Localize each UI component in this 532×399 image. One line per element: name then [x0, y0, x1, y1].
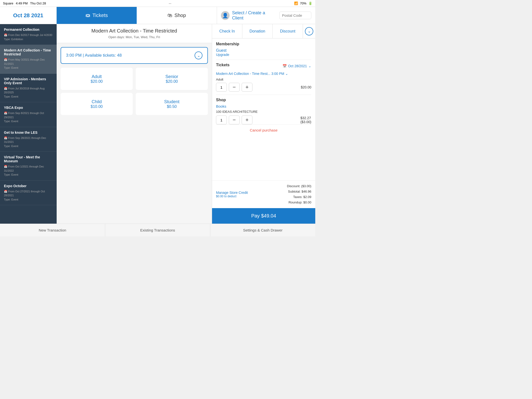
action-tab-checkin[interactable]: Check In [212, 24, 242, 38]
ticket-date-badge[interactable]: 📅 Oct 28/2021 ⌄ [283, 64, 311, 68]
battery-level: 70% [300, 1, 306, 5]
client-select[interactable]: Select / Create a Client [232, 10, 277, 21]
membership-section: Membership Guest Upgrade [216, 42, 311, 57]
tickets-section: Tickets 📅 Oct 28/2021 ⌄ Modern Art Colle… [216, 63, 311, 92]
shop-decrement-button[interactable]: − [229, 116, 240, 124]
client-bar: 👤 Select / Create a Client [217, 7, 315, 24]
current-date: Oct 28 2021 [0, 7, 57, 24]
action-tab-discount[interactable]: Discount [273, 24, 303, 38]
top-bar: Oct 28 2021 🎟 Tickets 🛍 Shop 👤 Select / … [0, 7, 315, 24]
wifi-icon: 📶 [294, 1, 298, 5]
time-chevron-down-icon: ⌄ [195, 51, 202, 59]
adult-increment-button[interactable]: + [242, 83, 252, 92]
adult-qty-display: 1 [216, 83, 227, 92]
app-container: Oct 28 2021 🎟 Tickets 🛍 Shop 👤 Select / … [0, 7, 315, 236]
status-dots: ··· [169, 1, 171, 5]
ticket-grid: Adult $20.00 Senior $20.00 Child $10.00 … [57, 68, 212, 119]
adult-decrement-button[interactable]: − [229, 83, 240, 92]
adult-price: $20.00 [301, 85, 311, 89]
tab-tickets[interactable]: 🎟 Tickets [57, 7, 137, 24]
calendar-icon-4: 📅 [4, 136, 8, 139]
ticket-senior[interactable]: Senior $20.00 [136, 68, 208, 90]
app-name: Square [3, 1, 13, 5]
right-panel: Check In Donation Discount ⌄ Membership … [212, 24, 315, 224]
shop-increment-button[interactable]: + [242, 116, 252, 124]
calendar-icon-3: 📅 [4, 112, 8, 115]
event-title: Modern Art Collection - Time Restricted [62, 28, 207, 34]
postal-code-input[interactable] [279, 12, 311, 19]
settings-button[interactable]: Settings & Cash Drawer [210, 224, 315, 236]
manage-store-credit-button[interactable]: Manage Store Credit [216, 191, 248, 195]
shop-item-price: $32.27 ($3.00) [300, 116, 311, 124]
tab-shop[interactable]: 🛍 Shop [137, 7, 217, 24]
status-day: Thu Oct 28 [30, 1, 46, 5]
tickets-icon: 🎟 [85, 13, 90, 18]
client-avatar: 👤 [221, 11, 230, 20]
ticket-adult[interactable]: Adult $20.00 [61, 68, 133, 90]
shop-qty-display: 1 [216, 116, 227, 124]
ticket-line-adult: Adult 1 − + $20.00 [216, 78, 311, 92]
new-transaction-button[interactable]: New Transaction [0, 224, 105, 236]
shop-icon: 🛍 [167, 13, 172, 18]
chevron-down-icon[interactable]: ⌄ [305, 27, 313, 35]
middle-panel: Modern Art Collection - Time Restricted … [57, 24, 212, 224]
bottom-nav: New Transaction Existing Transactions Se… [0, 224, 315, 236]
time-slot-text: 3:00 PM | Available tickets: 48 [66, 53, 122, 58]
time-selector[interactable]: 3:00 PM | Available tickets: 48 ⌄ [61, 47, 208, 64]
sidebar-item-permanent[interactable]: Permanent Collection 📅 From Dec 6/2017 t… [0, 24, 57, 45]
chevron-down-icon-event: ⌄ [285, 72, 288, 76]
event-row-name: Modern Art Collection - Time Rest... 3:0… [216, 72, 288, 76]
existing-transactions-button[interactable]: Existing Transactions [105, 224, 210, 236]
status-bar: Square 4:49 PM Thu Oct 28 ··· 📶 70% 🔋 [0, 0, 315, 7]
sidebar-item-modern[interactable]: Modern Art Collection - Time Restricted … [0, 45, 57, 74]
content-area: Permanent Collection 📅 From Dec 6/2017 t… [0, 24, 315, 224]
sidebar-item-les[interactable]: Get to know the LES 📅 From Sep 28/2021 t… [0, 127, 57, 152]
sidebar-item-vip[interactable]: VIP Admission - Members Only Event 📅 Fro… [0, 74, 57, 102]
pay-button[interactable]: Pay $49.04 [212, 208, 315, 224]
store-credit-row: Manage Store Credit $0.00 to deduct Disc… [212, 181, 315, 208]
ticket-child[interactable]: Child $10.00 [61, 93, 133, 115]
calendar-icon: 📅 [283, 64, 287, 68]
chevron-down-icon-date: ⌄ [308, 64, 311, 68]
event-days: Open days: Mon, Tue, Wed, Thu, Fri [62, 35, 207, 39]
cancel-purchase-button[interactable]: Cancel purchase [216, 124, 311, 136]
right-content: Membership Guest Upgrade Tickets 📅 Oct 2… [212, 38, 315, 180]
right-bottom: Manage Store Credit $0.00 to deduct Disc… [212, 180, 315, 224]
event-header: Modern Art Collection - Time Restricted … [57, 24, 212, 43]
sidebar-item-ybca[interactable]: YBCA Expo 📅 From Sep 8/2021 through Oct … [0, 102, 57, 127]
action-tab-donation[interactable]: Donation [242, 24, 273, 38]
sidebar-item-expo[interactable]: Expo October 📅 From Oct 27/2021 through … [0, 181, 57, 205]
top-tabs: 🎟 Tickets 🛍 Shop [57, 7, 217, 24]
calendar-icon-0: 📅 [4, 33, 8, 36]
ticket-student[interactable]: Student $0.50 [136, 93, 208, 115]
calendar-icon-2: 📅 [4, 87, 8, 90]
sidebar: Permanent Collection 📅 From Dec 6/2017 t… [0, 24, 57, 224]
calendar-icon-6: 📅 [4, 190, 8, 193]
status-time: 4:49 PM [16, 1, 28, 5]
order-summary: Discount: ($3.00) Subtotal: $46.96 Taxes… [287, 183, 311, 205]
action-tabs: Check In Donation Discount ⌄ [212, 24, 315, 38]
battery-icon: 🔋 [308, 1, 312, 5]
calendar-icon-1: 📅 [4, 58, 8, 61]
calendar-icon-5: 📅 [4, 165, 8, 168]
sidebar-item-virtual[interactable]: Virtual Tour - Meet the Museum 📅 From Oc… [0, 152, 57, 181]
shop-section: Shop Books 100 IDEAS ARCHITECTURE 1 − + … [216, 98, 311, 124]
